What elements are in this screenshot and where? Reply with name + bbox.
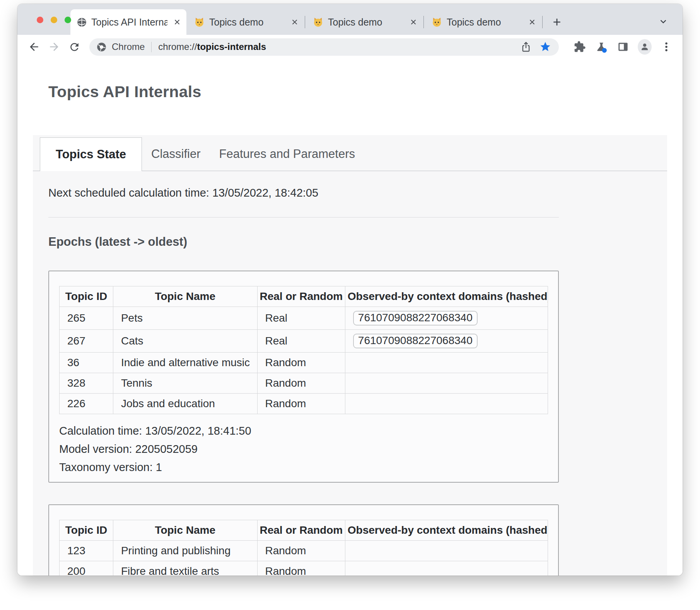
tab-features-and-parameters[interactable]: Features and Parameters [210,137,365,171]
back-icon[interactable] [27,40,41,53]
table-row: 123Printing and publishingRandom [60,541,548,561]
table-row: 200Fibre and textile artsRandom [60,561,548,576]
topic-id-cell: 200 [60,561,113,576]
real-or-random-cell: Random [257,394,345,414]
tab-search-chevron-icon[interactable] [656,15,671,28]
header-topic-id: Topic ID [60,286,113,307]
reload-icon[interactable] [68,40,81,53]
browser-toolbar: Chrome chrome://topics-internals [17,35,683,59]
epoch-panel-1: Topic ID Topic Name Real or Random Obser… [48,271,559,483]
browser-tab-topics-demo-1[interactable]: Topics demo [186,9,305,35]
browser-tab-topics-internals[interactable]: Topics API Internals [70,9,186,35]
chrome-logo-icon [96,42,107,52]
internals-tab-box: Topics State Classifier Features and Par… [33,135,667,576]
tab-title: Topics demo [328,17,403,28]
browser-tab-topics-demo-2[interactable]: Topics demo [305,9,423,35]
real-or-random-cell: Random [257,561,345,576]
avatar [638,39,652,55]
table-header-row: Topic ID Topic Name Real or Random Obser… [60,286,548,307]
extensions-puzzle-icon[interactable] [573,40,587,54]
topic-name-cell: Fibre and textile arts [113,561,257,576]
topic-name-cell: Printing and publishing [113,541,257,561]
close-tab-icon[interactable] [408,17,419,27]
close-tab-icon[interactable] [289,17,300,27]
topic-id-cell: 36 [60,353,113,373]
cat-icon [313,17,323,27]
topic-name-cell: Indie and alternative music [113,353,257,373]
minimize-window-button[interactable] [51,17,57,23]
topics-state-panel: Next scheduled calculation time: 13/05/2… [33,171,574,576]
close-window-button[interactable] [37,17,43,23]
divider [48,217,559,218]
omnibox-divider [151,42,152,52]
observed-domains-cell [345,373,548,394]
table-row: 328TennisRandom [60,373,548,394]
omnibox[interactable]: Chrome chrome://topics-internals [89,38,559,56]
omnibox-site-label: Chrome [112,41,145,52]
header-observed-by: Observed-by context domains (hashed) [345,286,548,307]
next-calculation-time: Next scheduled calculation time: 13/05/2… [48,187,559,199]
calculation-time: Calculation time: 13/05/2022, 18:41:50 [59,422,548,440]
menu-kebab-icon[interactable] [659,40,673,54]
cat-icon [432,17,442,27]
cat-icon [194,17,205,27]
browser-tab-strip: Topics API Internals Topics demo [17,4,683,35]
screenshot-stage: Topics API Internals Topics demo [0,0,700,610]
topic-id-cell: 226 [60,394,113,414]
topic-id-cell: 123 [60,541,113,561]
page-title: Topics API Internals [48,83,683,101]
table-row: 36Indie and alternative musicRandom [60,353,548,373]
header-observed-by: Observed-by context domains (hashed) [345,520,548,541]
epoch-info: Calculation time: 13/05/2022, 18:41:50 M… [59,422,548,476]
internals-tab-row: Topics State Classifier Features and Par… [33,135,667,171]
share-icon[interactable] [519,40,533,53]
header-topic-name: Topic Name [113,520,257,541]
zoom-window-button[interactable] [65,17,71,23]
observed-domains-cell [345,541,548,561]
url-host: topics-internals [197,41,266,52]
topic-name-cell: Cats [113,330,257,353]
browser-window: Topics API Internals Topics demo [17,4,683,576]
url-scheme: chrome:// [158,41,197,52]
observed-domains-cell: 7610709088227068340 [345,307,548,330]
tab-classifier[interactable]: Classifier [142,137,210,171]
close-tab-icon[interactable] [527,17,538,27]
table-row: 265PetsReal7610709088227068340 [60,307,548,330]
topic-name-cell: Pets [113,307,257,330]
table-header-row: Topic ID Topic Name Real or Random Obser… [60,520,548,541]
tab-separator [542,16,543,28]
real-or-random-cell: Random [257,353,345,373]
topic-id-cell: 265 [60,307,113,330]
close-tab-icon[interactable] [172,17,183,27]
real-or-random-cell: Real [257,307,345,330]
side-panel-icon[interactable] [616,40,630,54]
model-version: Model version: 2205052059 [59,440,548,458]
topic-name-cell: Tennis [113,373,257,394]
header-topic-name: Topic Name [113,286,257,307]
hashed-domain-chip: 7610709088227068340 [353,311,478,326]
real-or-random-cell: Real [257,330,345,353]
new-tab-button[interactable] [549,14,565,30]
labs-flask-icon[interactable] [594,40,608,54]
topic-name-cell: Jobs and education [113,394,257,414]
epochs-heading: Epochs (latest -> oldest) [48,235,559,249]
taxonomy-version: Taxonomy version: 1 [59,458,548,476]
observed-domains-cell: 7610709088227068340 [345,330,548,353]
real-or-random-cell: Random [257,541,345,561]
header-real-or-random: Real or Random [257,286,345,307]
observed-domains-cell [345,561,548,576]
tab-topics-state[interactable]: Topics State [40,137,142,171]
page-content: Topics API Internals Topics State Classi… [17,59,683,576]
profile-avatar[interactable] [638,40,652,54]
epoch-table: Topic ID Topic Name Real or Random Obser… [59,520,548,576]
topic-id-cell: 328 [60,373,113,394]
bookmark-star-icon[interactable] [539,40,552,53]
epoch-panel-2: Topic ID Topic Name Real or Random Obser… [48,504,559,576]
hashed-domain-chip: 7610709088227068340 [353,334,478,348]
table-row: 226Jobs and educationRandom [60,394,548,414]
omnibox-url: chrome://topics-internals [158,41,266,52]
browser-tab-topics-demo-3[interactable]: Topics demo [424,9,542,35]
forward-icon[interactable] [48,40,61,53]
observed-domains-cell [345,353,548,373]
header-real-or-random: Real or Random [257,520,345,541]
